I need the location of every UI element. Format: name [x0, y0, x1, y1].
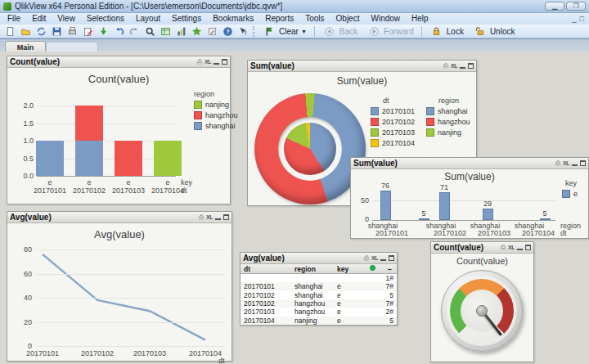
column-header-region[interactable]: region [294, 265, 316, 273]
minimize-icon[interactable] [517, 245, 523, 250]
column-header-value[interactable]: – [388, 265, 392, 273]
bar-segment-shanghai[interactable] [36, 141, 64, 176]
legend-item-nanjing[interactable]: nanjing [426, 128, 461, 137]
clear-button[interactable]: Clear▼ [258, 25, 311, 38]
table-row[interactable]: 20170104nanjinge5 [241, 317, 397, 326]
donut-inner-ring[interactable] [284, 123, 336, 175]
menu-settings[interactable]: Settings [166, 13, 207, 25]
table-row[interactable]: 20170103hangzhoue2# [241, 308, 397, 317]
print-icon[interactable]: ⎙ [364, 254, 369, 263]
bar-segment-nanjing[interactable] [154, 141, 182, 176]
new-icon[interactable] [2, 25, 17, 38]
restore-icon[interactable] [223, 214, 229, 220]
current-selections-icon[interactable] [158, 25, 173, 38]
count-bar-caption[interactable]: Count(value) ⎙XL [7, 56, 230, 68]
bar-segment-shanghai[interactable] [75, 141, 103, 176]
table-row[interactable]: 1# [241, 274, 397, 283]
legend-item-e[interactable]: e [562, 190, 578, 198]
restore-icon[interactable] [525, 245, 531, 250]
menu-layout[interactable]: Layout [130, 13, 166, 25]
print-icon[interactable]: ⎙ [197, 58, 202, 66]
toolbar-grip[interactable] [253, 26, 255, 37]
avg-table-caption[interactable]: Avg(value) ⎙XL [241, 253, 397, 264]
legend-item-20170101[interactable]: 20170101 [371, 107, 415, 115]
menu-selections[interactable]: Selections [81, 13, 130, 25]
unlock-button[interactable]: Unlock [469, 25, 519, 38]
print-icon[interactable]: ⎙ [501, 244, 506, 252]
bar-e[interactable] [419, 218, 429, 220]
legend-item-20170104[interactable]: 20170104 [371, 139, 415, 147]
legend-item-shanghai[interactable]: shanghai [194, 122, 236, 130]
gauge-window[interactable]: Count(value) ⎙XL Count(value) [430, 241, 534, 362]
print-icon[interactable] [65, 25, 79, 38]
table-row[interactable]: 20170102hangzhoue7# [241, 299, 397, 308]
print-icon[interactable]: ⎙ [199, 213, 204, 222]
gauge-caption[interactable]: Count(value) ⎙XL [431, 242, 533, 254]
print-icon[interactable]: ⎙ [555, 160, 560, 168]
restore-icon[interactable] [389, 255, 394, 261]
minimize-button[interactable]: ▁ [545, 2, 564, 11]
excel-export-icon[interactable]: XL [508, 244, 515, 252]
minimize-icon[interactable] [214, 59, 219, 65]
excel-export-icon[interactable]: XL [371, 254, 378, 263]
avg-line-window[interactable]: Avg(value) ⎙XL Avg(value) 02040608020170… [7, 211, 232, 362]
design-icon[interactable] [205, 25, 219, 38]
sum-donut-caption[interactable]: Sum(value) ⎙XL [248, 61, 476, 72]
redo-icon[interactable] [127, 25, 142, 38]
favorite-star-icon[interactable] [189, 25, 204, 38]
reload-data-icon[interactable] [96, 25, 110, 38]
mdi-minimize-icon[interactable]: _ [573, 14, 577, 24]
menu-reports[interactable]: Reports [259, 13, 299, 25]
menu-object[interactable]: Object [330, 13, 366, 25]
avg-line-caption[interactable]: Avg(value) ⎙XL [7, 212, 232, 223]
avg-table-window[interactable]: Avg(value) ⎙XL dtregionkey– 1#20170101sh… [240, 252, 398, 326]
chart-wizard-icon[interactable] [173, 25, 188, 38]
menu-view[interactable]: View [52, 13, 81, 25]
bar-segment-hangzhou[interactable] [115, 141, 142, 176]
menu-help[interactable]: Help [406, 13, 434, 25]
menu-bookmarks[interactable]: Bookmarks [207, 13, 259, 25]
menu-edit[interactable]: Edit [26, 13, 52, 25]
restore-icon[interactable] [580, 160, 586, 166]
mdi-restore-icon[interactable]: □ [580, 14, 584, 24]
menu-file[interactable]: File [2, 13, 26, 25]
sum-bar-window[interactable]: Sum(value) ⎙XL Sum(value) 50076571295sha… [350, 157, 589, 239]
table-header[interactable]: dtregionkey– [241, 264, 397, 274]
excel-export-icon[interactable]: XL [451, 62, 457, 70]
undo-icon[interactable] [111, 25, 126, 38]
bar-e[interactable] [483, 209, 493, 220]
bar-segment-hangzhou[interactable] [75, 106, 103, 141]
sum-bar-caption[interactable]: Sum(value) ⎙XL [351, 158, 588, 169]
legend-item-nanjing[interactable]: nanjing [194, 101, 229, 109]
forward-button[interactable]: Forward [362, 25, 418, 38]
table-row[interactable]: 20170101shanghaie7# [241, 282, 397, 291]
bar-e[interactable] [540, 218, 551, 220]
minimize-icon[interactable] [460, 63, 465, 69]
legend-item-hangzhou[interactable]: hangzhou [194, 111, 238, 119]
minimize-icon[interactable] [572, 160, 578, 166]
help-icon[interactable]: ? [220, 25, 235, 38]
save-icon[interactable] [49, 25, 64, 38]
dropdown-caret-icon[interactable]: ▼ [301, 29, 307, 34]
restore-icon[interactable] [222, 59, 227, 65]
excel-export-icon[interactable]: XL [205, 58, 211, 66]
legend-item-20170102[interactable]: 20170102 [371, 118, 415, 126]
menu-window[interactable]: Window [365, 13, 406, 25]
excel-export-icon[interactable]: XL [206, 213, 213, 222]
legend-item-20170103[interactable]: 20170103 [371, 128, 415, 137]
legend-item-shanghai[interactable]: shanghai [426, 107, 468, 115]
bar-e[interactable] [439, 192, 450, 220]
restore-icon[interactable] [468, 63, 474, 69]
search-icon[interactable] [142, 25, 157, 38]
refresh-icon[interactable] [34, 25, 48, 38]
minimize-icon[interactable] [380, 255, 386, 261]
excel-export-icon[interactable]: XL [563, 160, 569, 168]
menu-tools[interactable]: Tools [299, 13, 330, 25]
back-button[interactable]: Back [318, 25, 362, 38]
context-help-icon[interactable]: ? [236, 25, 250, 38]
column-header-key[interactable]: key [337, 265, 348, 273]
titlebar[interactable]: QlikView x64 Personal Edition - [C:\User… [0, 0, 589, 13]
print-icon[interactable]: ⎙ [443, 62, 448, 70]
column-header-dt[interactable]: dt [244, 265, 250, 273]
sort-indicator-icon[interactable] [370, 265, 375, 271]
